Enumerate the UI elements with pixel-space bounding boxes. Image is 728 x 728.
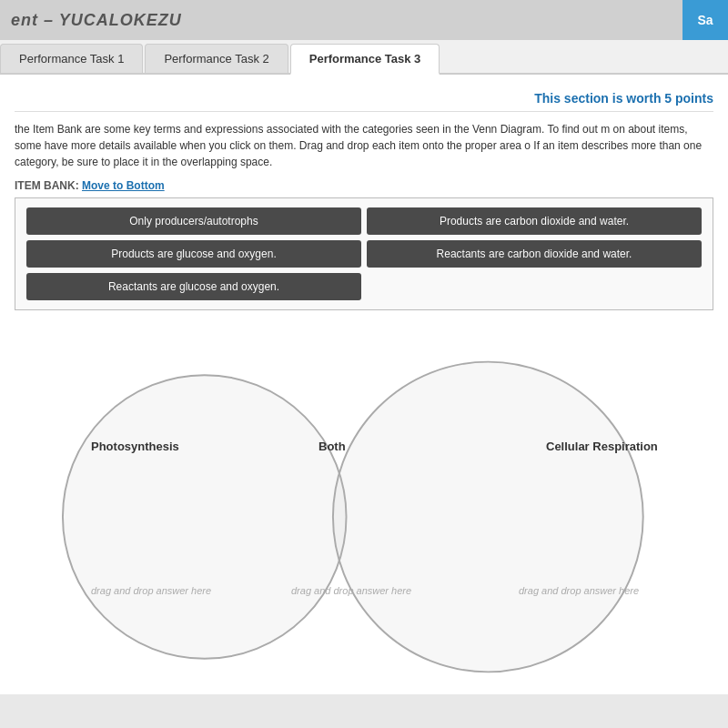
instructions-text: the Item Bank are some key terms and exp… — [15, 121, 713, 170]
app-title: ent – YUCALOKEZU — [11, 11, 182, 30]
move-to-bottom-link[interactable]: Move to Bottom — [82, 179, 165, 192]
header-bar: ent – YUCALOKEZU Sa — [0, 0, 728, 40]
tab-performance-task-1[interactable]: Performance Task 1 — [0, 44, 143, 73]
drop-zone-both[interactable]: drag and drop answer here — [291, 585, 411, 596]
item-bank-grid: Only producers/autotrophs Products are c… — [26, 207, 702, 300]
tabs-bar: Performance Task 1 Performance Task 2 Pe… — [0, 40, 728, 75]
main-content: This section is worth 5 points the Item … — [0, 75, 728, 330]
venn-label-photosynthesis: Photosynthesis — [91, 440, 179, 453]
venn-section: Photosynthesis Both Cellular Respiration… — [0, 330, 728, 694]
svg-point-1 — [333, 362, 643, 672]
drag-item-4[interactable]: Reactants are glucose and oxygen. — [26, 273, 361, 300]
drag-item-3[interactable]: Reactants are carbon dioxide and water. — [367, 240, 702, 268]
item-bank-box: Only producers/autotrophs Products are c… — [15, 197, 713, 310]
drop-zone-left[interactable]: drag and drop answer here — [91, 585, 211, 596]
drop-zone-right[interactable]: drag and drop answer here — [519, 585, 639, 596]
svg-point-0 — [63, 375, 347, 659]
item-bank-label: ITEM BANK: Move to Bottom — [15, 179, 713, 192]
section-worth: This section is worth 5 points — [15, 86, 713, 112]
drag-item-1[interactable]: Products are glucose and oxygen. — [26, 240, 361, 268]
drag-item-2[interactable]: Products are carbon dioxide and water. — [367, 207, 702, 235]
tab-performance-task-2[interactable]: Performance Task 2 — [145, 44, 288, 73]
drag-item-0[interactable]: Only producers/autotrophs — [26, 207, 361, 235]
save-button[interactable]: Sa — [682, 0, 728, 40]
venn-label-cellular: Cellular Respiration — [546, 440, 658, 453]
venn-label-both: Both — [318, 440, 346, 453]
tab-performance-task-3[interactable]: Performance Task 3 — [290, 44, 440, 75]
venn-container: Photosynthesis Both Cellular Respiration… — [9, 349, 719, 685]
